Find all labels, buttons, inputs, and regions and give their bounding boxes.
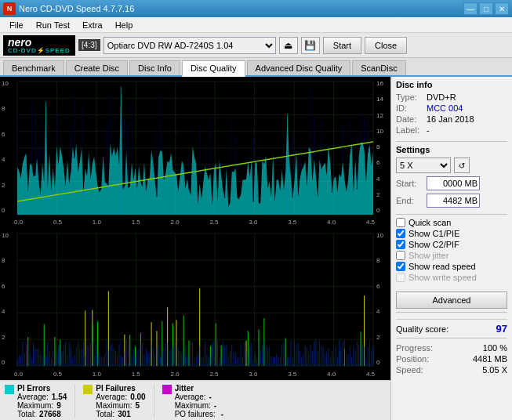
pi-errors-total-value: 27668 [39, 410, 61, 418]
jitter-color [162, 385, 172, 394]
pi-errors-stats: PI Errors Average: 1.54 Maximum: 9 Total… [17, 384, 67, 418]
divider4 [396, 338, 507, 339]
tab-bar: Benchmark Create Disc Disc Info Disc Qua… [0, 58, 512, 77]
close-button[interactable]: ✕ [495, 2, 509, 15]
minimize-button[interactable]: — [463, 2, 478, 15]
y-axis-right-top: 16 14 12 10 8 6 4 2 0 [376, 80, 389, 214]
menubar: File Run Test Extra Help [0, 17, 512, 33]
pi-errors-total-label: Total: [17, 410, 36, 418]
progress-row: Progress: 100 % [396, 343, 507, 353]
drive-select[interactable]: Optiarc DVD RW AD-7240S 1.04 [103, 37, 276, 54]
quick-scan-row: Quick scan [396, 218, 507, 227]
progress-value: 100 % [483, 343, 507, 353]
show-read-speed-label: Show read speed [409, 262, 476, 271]
menu-help[interactable]: Help [109, 19, 140, 31]
pi-errors-color [5, 385, 14, 394]
disc-label-label: Label: [396, 125, 423, 135]
start-button[interactable]: Start [323, 37, 361, 54]
show-jitter-row: Show jitter [396, 251, 507, 260]
tab-scandisc[interactable]: ScanDisc [352, 60, 405, 75]
show-c1-pie-checkbox[interactable] [396, 229, 405, 238]
titlebar-left: N Nero CD-DVD Speed 4.7.7.16 [3, 2, 134, 15]
pi-errors-max-row: Maximum: 9 [17, 401, 67, 410]
divider2 [396, 214, 507, 215]
tab-disc-quality[interactable]: Disc Quality [182, 60, 245, 77]
disc-date-label: Date: [396, 114, 423, 124]
position-label: Position: [396, 354, 429, 364]
jitter-label: Jitter [175, 384, 223, 393]
start-input[interactable] [427, 176, 480, 190]
jitter-max-row: Maximum: - [175, 401, 223, 410]
pi-errors-label: PI Errors [17, 384, 67, 393]
logo-nero: nero [8, 37, 71, 48]
legend-sep1 [74, 384, 75, 418]
pi-failures-label: PI Failures [96, 384, 145, 393]
tab-disc-info[interactable]: Disc Info [129, 60, 180, 75]
app-icon: N [3, 2, 16, 15]
refresh-button[interactable]: ↺ [454, 158, 470, 173]
menu-runtest[interactable]: Run Test [30, 19, 76, 31]
pi-failures-total-value: 301 [118, 410, 131, 418]
jitter-stats: Jitter Average: - Maximum: - PO failures… [175, 384, 223, 418]
show-c2-pif-label: Show C2/PIF [409, 240, 459, 249]
advanced-button[interactable]: Advanced [396, 291, 507, 309]
y-axis-left-top: 10 8 6 4 2 0 [2, 80, 13, 214]
divider3 [396, 312, 507, 313]
menu-extra[interactable]: Extra [76, 19, 109, 31]
tab-benchmark[interactable]: Benchmark [3, 60, 64, 75]
tab-create-disc[interactable]: Create Disc [66, 60, 128, 75]
close-app-button[interactable]: Close [365, 37, 407, 54]
maximize-button[interactable]: □ [479, 2, 493, 15]
titlebar-title: Nero CD-DVD Speed 4.7.7.16 [19, 4, 134, 13]
po-failures-row: PO failures: - [175, 410, 223, 418]
right-panel: Disc info Type: DVD+R ID: MCC 004 Date: … [390, 77, 512, 420]
save-button[interactable]: 💾 [301, 37, 320, 54]
speed-prog-label: Speed: [396, 365, 423, 375]
jitter-avg-value: - [209, 393, 211, 401]
show-c2-pif-checkbox[interactable] [396, 240, 405, 249]
bottom-chart: 10 8 6 4 2 0 10 8 6 4 2 0 0.0 0.5 1.0 [0, 229, 390, 380]
pi-failures-max-row: Maximum: 5 [96, 401, 145, 410]
divider1 [396, 141, 507, 142]
legend-pi-errors: PI Errors Average: 1.54 Maximum: 9 Total… [5, 384, 67, 418]
pi-failures-total-label: Total: [96, 410, 114, 418]
show-jitter-checkbox[interactable] [396, 251, 405, 260]
quick-scan-checkbox[interactable] [396, 218, 405, 227]
settings-title: Settings [396, 145, 507, 154]
show-read-speed-row: Show read speed [396, 262, 507, 271]
end-input[interactable] [427, 194, 480, 208]
position-value: 4481 MB [473, 354, 507, 364]
disc-type-value: DVD+R [427, 92, 456, 102]
speed-select[interactable]: 5 X 1 X 2 X 4 X 8 X Max [396, 158, 451, 173]
pi-failures-avg-value: 0.00 [130, 393, 145, 401]
tab-advanced-disc-quality[interactable]: Advanced Disc Quality [247, 60, 351, 75]
start-label: Start: [396, 179, 423, 188]
settings-section: Settings 5 X 1 X 2 X 4 X 8 X Max ↺ Start… [396, 145, 507, 208]
x-axis-top: 0.0 0.5 1.0 1.5 2.0 2.5 3.0 3.5 4.0 4.5 [14, 215, 375, 228]
pi-failures-avg-row: Average: 0.00 [96, 393, 145, 401]
menu-file[interactable]: File [3, 19, 30, 31]
disc-info-section: Disc info Type: DVD+R ID: MCC 004 Date: … [396, 80, 507, 135]
show-write-speed-label: Show write speed [409, 273, 477, 282]
pi-failures-color [83, 385, 93, 394]
end-label: End: [396, 196, 423, 205]
show-c2-row: Show C2/PIF [396, 240, 507, 249]
po-failures-label: PO failures: [175, 410, 216, 418]
show-read-speed-checkbox[interactable] [396, 262, 405, 271]
x-axis-bottom: 0.0 0.5 1.0 1.5 2.0 2.5 3.0 3.5 4.0 4.5 [14, 368, 375, 380]
pi-failures-total-row: Total: 301 [96, 410, 145, 418]
jitter-avg-row: Average: - [175, 393, 223, 401]
jitter-max-label: Maximum: [175, 401, 211, 410]
show-write-speed-checkbox[interactable] [396, 273, 405, 282]
top-chart: 16 14 12 10 8 6 4 2 0 10 8 6 4 2 0 0.0 [0, 77, 390, 229]
ratio-label: [4:3] [78, 39, 100, 51]
chart-panel: 16 14 12 10 8 6 4 2 0 10 8 6 4 2 0 0.0 [0, 77, 390, 420]
jitter-avg-label: Average: [175, 393, 206, 401]
titlebar: N Nero CD-DVD Speed 4.7.7.16 — □ ✕ [0, 0, 512, 17]
show-c1-pie-label: Show C1/PIE [409, 229, 459, 238]
end-row: End: [396, 194, 507, 208]
eject-button[interactable]: ⏏ [279, 37, 298, 54]
pi-failures-stats: PI Failures Average: 0.00 Maximum: 5 Tot… [96, 384, 145, 418]
y-axis-right-bottom: 10 8 6 4 2 0 [376, 232, 389, 366]
pi-failures-max-label: Maximum: [96, 401, 132, 410]
